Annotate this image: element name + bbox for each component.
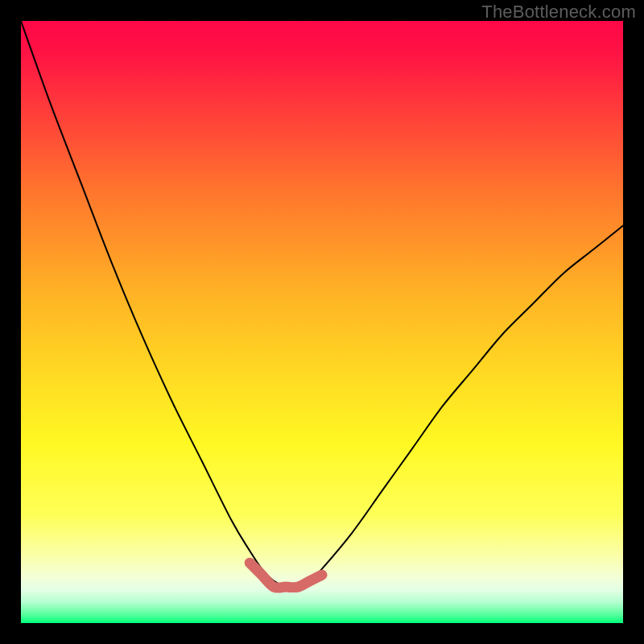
- chart-plot-area: [21, 21, 623, 623]
- chart-svg: [21, 21, 623, 623]
- chart-frame: TheBottleneck.com: [0, 0, 644, 644]
- watermark-text: TheBottleneck.com: [481, 2, 636, 23]
- gradient-background: [21, 21, 623, 623]
